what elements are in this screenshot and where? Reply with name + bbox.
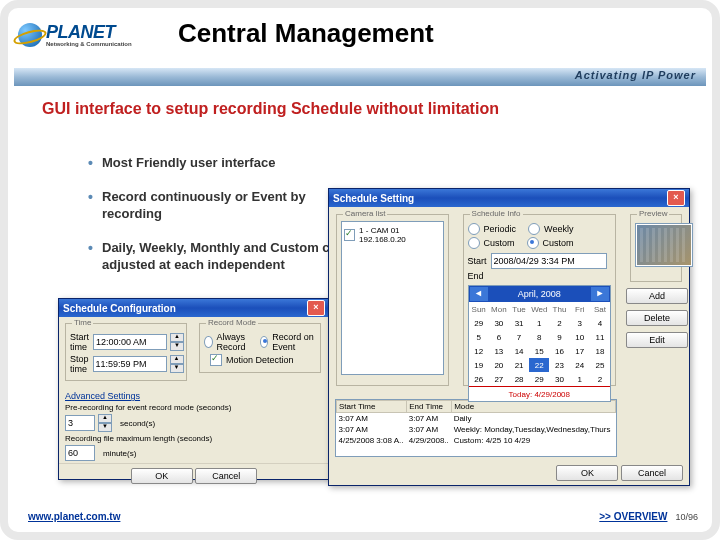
camera-preview [635, 223, 693, 267]
table-row[interactable]: 3:07 AM3:07 AMDaily [337, 413, 616, 425]
dialog-schedule-setting: Schedule Setting × Camera list 1 - CAM 0… [328, 188, 690, 486]
group-preview: Preview [630, 214, 682, 282]
delete-button[interactable]: Delete [626, 310, 688, 326]
slide-title: Central Management [178, 18, 434, 49]
col-end[interactable]: End Time [407, 401, 452, 413]
radio-label: Record on Event [272, 332, 316, 352]
radio-label: Custom [543, 238, 574, 248]
edit-button[interactable]: Edit [626, 332, 688, 348]
today-link[interactable]: Today: 4/29/2008 [469, 387, 610, 402]
dialog-title: Schedule Setting [333, 193, 414, 204]
group-label: Schedule Info [470, 209, 523, 218]
brand-logo: PLANET Networking & Communication [18, 22, 132, 47]
group-record-mode: Record Mode Always Record Record on Even… [199, 323, 321, 373]
chevron-left-icon[interactable]: ◄ [470, 287, 488, 301]
group-label: Preview [637, 209, 669, 218]
maxlen-label: Recording file maximum length (seconds) [65, 434, 212, 443]
cancel-button[interactable]: Cancel [195, 468, 257, 484]
radio-event[interactable] [260, 336, 269, 348]
close-icon[interactable]: × [307, 300, 325, 316]
radio-label: Weekly [544, 224, 573, 234]
dialog-title: Schedule Configuration [63, 303, 176, 314]
bullet-item: Daily, Weekly, Monthly and Custom can be… [88, 239, 368, 274]
slide: PLANET Networking & Communication Centra… [0, 0, 720, 540]
titlebar[interactable]: Schedule Setting × [329, 189, 689, 207]
chevron-down-icon[interactable]: ▼ [170, 342, 184, 351]
table-row[interactable]: 4/25/2008 3:08 A..4/29/2008..Custom: 4/2… [337, 435, 616, 446]
header: PLANET Networking & Communication Centra… [18, 16, 702, 66]
radio-always[interactable] [204, 336, 213, 348]
cancel-button[interactable]: Cancel [621, 465, 683, 481]
table-row[interactable]: 3:07 AM3:07 AMWeekly: Monday,Tuesday,Wed… [337, 424, 616, 435]
calendar-month: April, 2008 [489, 289, 590, 299]
chevron-up-icon[interactable]: ▲ [98, 414, 112, 423]
ok-button[interactable]: OK [556, 465, 618, 481]
brand-tagline: Networking & Communication [46, 41, 132, 47]
start-date-input[interactable] [491, 253, 607, 269]
footer: www.planet.com.tw >> OVERVIEW 10/96 [28, 511, 698, 522]
brand-name: PLANET [46, 22, 132, 43]
group-time: Time Start time ▲▼ Stop time ▲▼ [65, 323, 187, 381]
chevron-down-icon[interactable]: ▼ [170, 364, 184, 373]
radio-label: Periodic [484, 224, 517, 234]
maxlen-input[interactable] [65, 445, 95, 461]
globe-icon [18, 23, 42, 47]
page-number: 10/96 [675, 512, 698, 522]
overview-link[interactable]: >> OVERVIEW [599, 511, 667, 522]
camera-item[interactable]: 1 - CAM 01 192.168.0.20 [359, 226, 440, 244]
checkbox-camera[interactable] [344, 229, 355, 241]
group-label: Camera list [343, 209, 387, 218]
spinner[interactable]: ▲▼ [98, 414, 112, 432]
radio-periodic[interactable] [468, 223, 480, 235]
stop-time-input[interactable] [93, 356, 167, 372]
radio-custom[interactable] [468, 237, 480, 249]
header-bar: Activating IP Power [14, 68, 706, 86]
spinner[interactable]: ▲▼ [170, 333, 184, 351]
add-button[interactable]: Add [626, 288, 688, 304]
bullet-item: Most Friendly user interface [88, 154, 368, 172]
stop-time-label: Stop time [70, 354, 89, 374]
advanced-link[interactable]: Advanced Settings [65, 391, 329, 401]
calendar[interactable]: ◄ April, 2008 ► SunMonTueWedThuFriSat 29… [468, 285, 611, 402]
col-mode[interactable]: Mode [452, 401, 616, 413]
footer-url[interactable]: www.planet.com.tw [28, 511, 120, 522]
checkbox-motion[interactable] [210, 354, 222, 366]
group-camera-list: Camera list 1 - CAM 01 192.168.0.20 [336, 214, 449, 386]
group-label: Record Mode [206, 318, 258, 327]
group-schedule-info: Schedule Info Periodic Weekly Custom Cus… [463, 214, 616, 386]
radio-custom2[interactable] [527, 237, 539, 249]
col-start[interactable]: Start Time [337, 401, 407, 413]
schedule-table[interactable]: Start TimeEnd TimeMode 3:07 AM3:07 AMDai… [335, 399, 617, 457]
titlebar[interactable]: Schedule Configuration × [59, 299, 329, 317]
bullet-item: Record continuously or Event by recordin… [88, 188, 368, 223]
radio-label: Always Record [217, 332, 256, 352]
chevron-down-icon[interactable]: ▼ [98, 423, 112, 432]
prerec-label: Pre-recording for event record mode (sec… [65, 403, 231, 412]
chevron-up-icon[interactable]: ▲ [170, 333, 184, 342]
chevron-up-icon[interactable]: ▲ [170, 355, 184, 364]
bullet-list: Most Friendly user interface Record cont… [48, 154, 368, 290]
start-time-input[interactable] [93, 334, 167, 350]
end-label: End [468, 271, 484, 281]
slide-subtitle: GUI interface to setup recording Schedul… [42, 100, 499, 118]
spinner[interactable]: ▲▼ [170, 355, 184, 373]
chevron-right-icon[interactable]: ► [591, 287, 609, 301]
radio-label: Custom [484, 238, 515, 248]
close-icon[interactable]: × [667, 190, 685, 206]
ok-button[interactable]: OK [131, 468, 193, 484]
prerec-input[interactable] [65, 415, 95, 431]
bar-slogan: Activating IP Power [575, 69, 696, 81]
start-time-label: Start time [70, 332, 89, 352]
checkbox-label: Motion Detection [226, 355, 294, 365]
camera-listbox[interactable]: 1 - CAM 01 192.168.0.20 [341, 221, 444, 375]
radio-weekly[interactable] [528, 223, 540, 235]
dialog-schedule-configuration: Schedule Configuration × Time Start time… [58, 298, 330, 480]
start-label: Start [468, 256, 487, 266]
group-label: Time [72, 318, 93, 327]
